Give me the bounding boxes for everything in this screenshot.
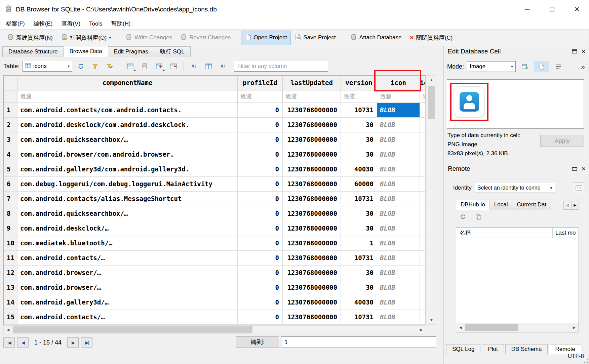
save-project-button[interactable]: Save Project — [291, 31, 340, 45]
column-header-name[interactable]: 名稱 — [456, 228, 553, 238]
tab-execute-sql[interactable]: 執行 SQL — [154, 46, 191, 57]
cell-extra[interactable] — [420, 192, 426, 206]
cell-extra[interactable] — [420, 147, 426, 162]
cell-componentName[interactable]: com.debug.loggerui/com.debug.loggerui.Ma… — [17, 177, 238, 192]
cell-version[interactable]: 40030 — [341, 295, 377, 310]
cell-icon[interactable]: BLOB — [377, 251, 420, 266]
filter-edit-button[interactable] — [104, 60, 116, 72]
row-number[interactable]: 7 — [4, 192, 17, 206]
cell-extra[interactable] — [420, 162, 426, 177]
last-page-button[interactable]: ▶| — [81, 337, 92, 348]
tab-sql-log[interactable]: SQL Log — [446, 344, 480, 354]
scroll-left-icon[interactable]: ◀ — [456, 323, 465, 332]
cell-icon[interactable]: BLOB — [377, 236, 420, 251]
first-page-button[interactable]: |◀ — [3, 337, 15, 348]
cell-profileId[interactable]: 0 — [238, 192, 283, 206]
horizontal-scrollbar[interactable]: ◀ ▶ — [3, 325, 426, 334]
filter-input-profileId[interactable]: 過濾 — [238, 90, 283, 103]
row-number[interactable]: 13 — [4, 280, 17, 295]
tab-edit-pragmas[interactable]: Edit Pragmas — [108, 46, 154, 57]
cell-profileId[interactable]: 0 — [238, 310, 283, 325]
cell-componentName[interactable]: com.android.browser/com.android.browser. — [17, 147, 238, 162]
cell-componentName[interactable]: com.android.quicksearchbox/… — [17, 206, 238, 221]
cell-lastUpdated[interactable]: 1230768000000 — [283, 310, 341, 325]
cell-version[interactable]: 40030 — [341, 162, 377, 177]
cell-extra[interactable] — [420, 206, 426, 221]
goto-record-input[interactable] — [281, 336, 436, 348]
save-table-button[interactable]: ▾ — [124, 60, 136, 72]
column-header-extra[interactable]: ic — [420, 76, 426, 90]
sort-descending-button[interactable]: A↑ — [217, 60, 229, 72]
open-project-button[interactable]: Open Project — [241, 31, 291, 45]
cell-version[interactable]: 1 — [341, 236, 377, 251]
filter-input-extra[interactable]: 過濾 — [420, 90, 426, 103]
cell-lastUpdated[interactable]: 1230768000000 — [283, 251, 341, 266]
cell-lastUpdated[interactable]: 1230768000000 — [283, 162, 341, 177]
row-number[interactable]: 11 — [4, 251, 17, 266]
cell-lastUpdated[interactable]: 1230768000000 — [283, 177, 341, 192]
cell-lastUpdated[interactable]: 1230768000000 — [283, 280, 341, 295]
cell-profileId[interactable]: 0 — [238, 295, 283, 310]
print-button[interactable] — [139, 60, 151, 72]
tab-dbhub[interactable]: DBHub.io — [456, 200, 490, 210]
cell-profileId[interactable]: 0 — [238, 162, 283, 177]
previous-page-button[interactable]: ◀ — [17, 337, 29, 348]
row-number[interactable]: 2 — [4, 118, 17, 132]
cell-componentName[interactable]: com.android.gallery3d/… — [17, 295, 238, 310]
tab-db-schema[interactable]: DB Schema — [505, 344, 548, 354]
remote-scrollbar-thumb[interactable] — [465, 324, 518, 331]
more-tools-icon[interactable]: » — [581, 63, 586, 71]
cell-profileId[interactable]: 0 — [238, 251, 283, 266]
cell-lastUpdated[interactable]: 1230768000000 — [283, 192, 341, 206]
cell-version[interactable]: 30 — [341, 280, 377, 295]
cell-version[interactable]: 10731 — [341, 103, 377, 118]
cell-lastUpdated[interactable]: 1230768000000 — [283, 236, 341, 251]
refresh-button[interactable] — [75, 60, 87, 72]
cell-profileId[interactable]: 0 — [238, 103, 283, 118]
mode-select[interactable]: Image ▾ — [467, 61, 516, 72]
tab-plot[interactable]: Plot — [482, 344, 504, 354]
table-select[interactable]: icons ▾ — [23, 61, 72, 72]
goto-button[interactable]: 轉到: — [236, 336, 279, 348]
column-header-last-modified[interactable]: Last mo — [553, 228, 579, 238]
row-number[interactable]: 10 — [4, 236, 17, 251]
row-number[interactable]: 3 — [4, 132, 17, 147]
remote-clone-button[interactable] — [473, 211, 484, 222]
cell-icon[interactable]: BLOB — [377, 266, 420, 280]
vertical-scrollbar-thumb[interactable] — [428, 86, 435, 119]
cell-profileId[interactable]: 0 — [238, 280, 283, 295]
resize-grip[interactable] — [584, 359, 588, 363]
row-number[interactable]: 9 — [4, 221, 17, 236]
cell-version[interactable]: 30 — [341, 118, 377, 132]
close-database-button[interactable]: × 關閉資料庫(C) — [406, 31, 457, 45]
menu-view[interactable]: 查看(V) — [57, 18, 85, 29]
cell-componentName[interactable]: com.android.quicksearchbox/… — [17, 132, 238, 147]
cell-icon[interactable]: BLOB — [377, 118, 420, 132]
row-number[interactable]: 14 — [4, 295, 17, 310]
identity-settings-button[interactable] — [573, 183, 585, 193]
import-export-button[interactable] — [519, 61, 531, 72]
cell-profileId[interactable]: 0 — [238, 266, 283, 280]
close-button[interactable]: × — [564, 0, 589, 18]
cell-componentName[interactable]: com.android.contacts/com.android.contact… — [17, 103, 238, 118]
cell-extra[interactable] — [420, 118, 426, 132]
cell-icon[interactable]: BLOB — [377, 132, 420, 147]
row-number[interactable]: 8 — [4, 206, 17, 221]
column-header-lastUpdated[interactable]: lastUpdated — [283, 76, 341, 90]
filter-input-version[interactable]: 過濾 — [341, 90, 377, 103]
column-header-icon[interactable]: icon — [377, 76, 420, 90]
cell-lastUpdated[interactable]: 1230768000000 — [283, 118, 341, 132]
scroll-up-icon[interactable]: ▲ — [427, 76, 436, 84]
tab-local[interactable]: Local — [489, 200, 513, 210]
sort-ascending-button[interactable]: A↓ — [188, 60, 200, 72]
attach-database-button[interactable]: Attach Database — [346, 31, 406, 45]
cell-lastUpdated[interactable]: 1230768000000 — [283, 206, 341, 221]
cell-icon[interactable]: BLOB — [377, 310, 420, 325]
column-header-version[interactable]: version — [341, 76, 377, 90]
tab-scroll-right-icon[interactable]: ▶ — [571, 201, 579, 210]
menu-help[interactable]: 幫助(H) — [107, 18, 135, 29]
close-panel-icon[interactable]: × — [582, 49, 586, 54]
scroll-right-icon[interactable]: ▶ — [570, 323, 579, 332]
text-view-button[interactable] — [534, 61, 549, 72]
apply-button[interactable]: Apply — [540, 135, 584, 147]
